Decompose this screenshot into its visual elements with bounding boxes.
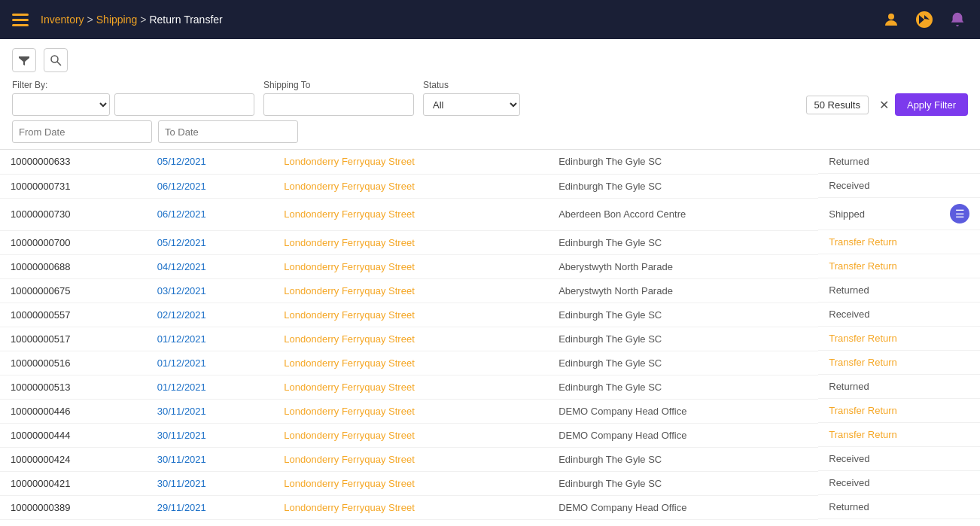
breadcrumb-inventory[interactable]: Inventory — [41, 14, 84, 26]
row-from: Londonderry Ferryquay Street — [273, 174, 548, 198]
svg-point-0 — [888, 14, 894, 20]
row-id[interactable]: 10000000557 — [0, 303, 147, 327]
row-id[interactable]: 10000000421 — [0, 471, 147, 495]
table-row: 10000000444 30/11/2021 Londonderry Ferry… — [0, 423, 980, 447]
row-from: Londonderry Ferryquay Street — [273, 254, 548, 278]
row-id[interactable]: 10000000731 — [0, 174, 147, 198]
shipping-to-label: Shipping To — [263, 80, 414, 90]
row-date: 03/12/2021 — [147, 278, 274, 303]
breadcrumb: Inventory > Shipping > Return Transfer — [41, 14, 223, 26]
filter-right: 50 Results ✕ Apply Filter — [806, 93, 968, 116]
row-to: Edinburgh The Gyle SC — [548, 230, 818, 254]
filter-dates — [12, 120, 968, 143]
table-row: 10000000424 30/11/2021 Londonderry Ferry… — [0, 447, 980, 471]
row-id[interactable]: 10000000387 — [0, 519, 147, 526]
row-date: 06/12/2021 — [147, 198, 274, 230]
row-status: Returned — [818, 519, 980, 526]
row-id[interactable]: 10000000444 — [0, 423, 147, 447]
row-to: Aberystwyth North Parade — [548, 254, 818, 278]
filter-by-select[interactable] — [12, 93, 110, 116]
row-status: Transfer Return — [818, 327, 980, 351]
row-from: Londonderry Ferryquay Street — [273, 399, 548, 423]
shipping-to-group: Shipping To — [263, 80, 414, 116]
table-row: 10000000516 01/12/2021 Londonderry Ferry… — [0, 351, 980, 375]
row-id[interactable]: 10000000700 — [0, 230, 147, 254]
filter-toggle-button[interactable] — [12, 48, 36, 72]
analytics-icon[interactable] — [914, 9, 935, 30]
search-button[interactable] — [44, 48, 68, 72]
row-date: 29/11/2021 — [147, 495, 274, 519]
row-id[interactable]: 10000000517 — [0, 327, 147, 351]
table-row: 10000000517 01/12/2021 Londonderry Ferry… — [0, 327, 980, 351]
row-id[interactable]: 10000000389 — [0, 495, 147, 519]
row-id[interactable]: 10000000516 — [0, 351, 147, 375]
row-to: Edinburgh The Gyle SC — [548, 375, 818, 399]
row-date: 30/11/2021 — [147, 399, 274, 423]
status-group: Status All Returned Received Shipped Tra… — [423, 80, 520, 116]
shipping-to-input[interactable] — [263, 93, 414, 116]
table-row: 10000000700 05/12/2021 Londonderry Ferry… — [0, 230, 980, 254]
row-status: Received — [818, 447, 980, 471]
topnav: Inventory > Shipping > Return Transfer — [0, 0, 980, 39]
row-from: Londonderry Ferryquay Street — [273, 351, 548, 375]
row-id[interactable]: 10000000633 — [0, 150, 147, 174]
row-status: Returned — [818, 150, 980, 174]
row-id[interactable]: 10000000424 — [0, 447, 147, 471]
breadcrumb-sep2: > — [140, 14, 146, 26]
row-id[interactable]: 10000000446 — [0, 399, 147, 423]
from-date-input[interactable] — [12, 120, 152, 143]
table-row: 10000000688 04/12/2021 Londonderry Ferry… — [0, 254, 980, 278]
row-id[interactable]: 10000000688 — [0, 254, 147, 278]
status-select[interactable]: All Returned Received Shipped Transfer R… — [423, 93, 520, 116]
results-table: 10000000633 05/12/2021 Londonderry Ferry… — [0, 150, 980, 526]
notifications-icon[interactable] — [947, 9, 968, 30]
row-from: Londonderry Ferryquay Street — [273, 519, 548, 526]
results-close-button[interactable]: ✕ — [879, 98, 889, 112]
table-row: 10000000557 02/12/2021 Londonderry Ferry… — [0, 303, 980, 327]
apply-filter-button[interactable]: Apply Filter — [895, 93, 968, 116]
filter-toolbar — [12, 48, 968, 72]
breadcrumb-shipping[interactable]: Shipping — [96, 14, 138, 26]
row-to: DEMO Company Head Office — [548, 423, 818, 447]
row-status: Returned — [818, 278, 980, 303]
topnav-left: Inventory > Shipping > Return Transfer — [12, 14, 223, 26]
filter-icon — [18, 54, 30, 66]
row-date: 05/12/2021 — [147, 230, 274, 254]
row-from: Londonderry Ferryquay Street — [273, 327, 548, 351]
row-from: Londonderry Ferryquay Street — [273, 423, 548, 447]
row-date: 01/12/2021 — [147, 327, 274, 351]
row-to: Edinburgh The Gyle SC — [548, 447, 818, 471]
row-id[interactable]: 10000000513 — [0, 375, 147, 399]
row-status: Received — [818, 174, 980, 198]
table-area: 10000000633 05/12/2021 Londonderry Ferry… — [0, 150, 980, 526]
row-date: 06/12/2021 — [147, 174, 274, 198]
breadcrumb-sep1: > — [87, 14, 93, 26]
row-date: 29/11/2021 — [147, 519, 274, 526]
row-date: 30/11/2021 — [147, 447, 274, 471]
row-from: Londonderry Ferryquay Street — [273, 198, 548, 230]
filter-bar: Filter By: Shipping To Status All Return… — [0, 39, 980, 150]
filter-row: Filter By: Shipping To Status All Return… — [12, 80, 968, 116]
row-status: Transfer Return — [818, 351, 980, 375]
table-row: 10000000389 29/11/2021 Londonderry Ferry… — [0, 495, 980, 519]
hamburger-menu[interactable] — [12, 14, 29, 26]
row-id[interactable]: 10000000675 — [0, 278, 147, 303]
row-to: Edinburgh The Gyle SC — [548, 519, 818, 526]
user-profile-icon[interactable] — [881, 9, 902, 30]
row-id[interactable]: 10000000730 — [0, 198, 147, 230]
breadcrumb-current: Return Transfer — [149, 14, 222, 26]
row-status: Transfer Return — [818, 423, 980, 447]
row-status: Returned — [818, 495, 980, 519]
row-date: 01/12/2021 — [147, 351, 274, 375]
row-from: Londonderry Ferryquay Street — [273, 230, 548, 254]
row-to: Aberdeen Bon Accord Centre — [548, 198, 818, 230]
row-status: Shipped☰ — [818, 198, 980, 230]
row-action-button[interactable]: ☰ — [950, 204, 969, 223]
row-from: Londonderry Ferryquay Street — [273, 447, 548, 471]
table-row: 10000000446 30/11/2021 Londonderry Ferry… — [0, 399, 980, 423]
to-date-input[interactable] — [158, 120, 298, 143]
row-to: DEMO Company Head Office — [548, 495, 818, 519]
row-to: Edinburgh The Gyle SC — [548, 303, 818, 327]
results-badge: 50 Results — [806, 96, 869, 114]
filter-by-input[interactable] — [114, 93, 254, 116]
